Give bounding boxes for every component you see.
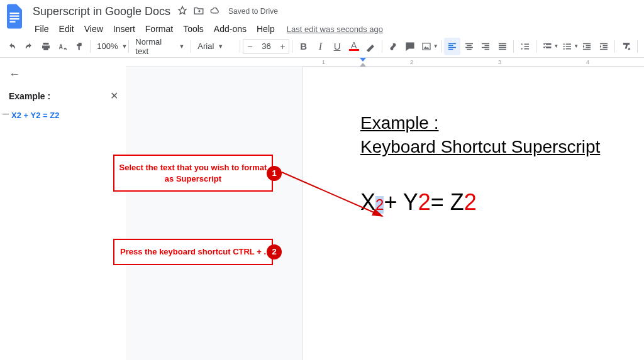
paint-format-button[interactable] [71,38,88,55]
svg-point-6 [563,45,564,46]
increase-indent-button[interactable] [596,38,613,55]
chevron-down-icon: ▼ [179,43,184,50]
chevron-down-icon[interactable]: ▼ [574,43,579,49]
ruler-mark: 4 [586,59,589,65]
chevron-down-icon: ▼ [218,43,223,50]
menu-addons[interactable]: Add-ons [209,23,251,35]
ruler-mark: 3 [498,59,501,65]
docs-app-icon[interactable] [4,4,25,29]
star-icon[interactable] [177,5,188,18]
outline-panel: ← Example : ✕ X2 + Y2 = Z2 [0,58,126,360]
line-spacing-button[interactable] [516,38,533,55]
font-size-increment[interactable]: + [276,39,289,54]
align-center-button[interactable] [460,38,477,55]
menu-insert[interactable]: Insert [109,23,140,35]
insert-link-button[interactable] [385,38,402,55]
outline-heading[interactable]: Example : [9,91,50,101]
callout-2-text: Press the keyboard shortcut CTRL + . [120,247,266,256]
zoom-value: 100% [97,41,118,51]
cloud-saved-icon[interactable] [209,5,221,18]
formula-y2[interactable]: 2 [418,189,431,215]
svg-rect-0 [10,13,19,14]
chevron-down-icon[interactable]: ▼ [433,43,438,49]
formula-x[interactable]: X [360,189,375,215]
menu-view[interactable]: View [80,23,108,35]
align-justify-button[interactable] [494,38,511,55]
add-comment-button[interactable] [401,38,418,55]
menu-file[interactable]: File [30,23,53,35]
doc-heading-line2[interactable]: Keyboard Shortcut Superscript [360,135,644,159]
outline-back-button[interactable]: ← [9,68,24,81]
svg-rect-2 [10,18,19,19]
menu-help[interactable]: Help [252,23,279,35]
document-surface[interactable]: 1 2 3 4 Example : Keyboard Shortcut Supe… [126,58,644,360]
menu-format[interactable]: Format [141,23,177,35]
zoom-select[interactable]: 100%▼ [93,38,126,55]
annotation-callout-1: Select the text that you wish to format … [113,155,273,192]
outline-item[interactable]: X2 + Y2 = Z2 [9,111,118,120]
menu-tools[interactable]: Tools [179,23,208,35]
outline-close-button[interactable]: ✕ [110,90,118,102]
underline-button[interactable]: U [329,38,346,55]
redo-button[interactable] [21,38,38,55]
ruler-mark: 1 [322,59,325,65]
decrease-indent-button[interactable] [579,38,596,55]
align-right-button[interactable] [477,38,494,55]
paragraph-style-select[interactable]: Normal text▼ [131,38,188,55]
insert-image-button[interactable] [418,38,435,55]
annotation-callout-2: Press the keyboard shortcut CTRL + . 2 [113,239,273,265]
bold-button[interactable]: B [295,38,312,55]
formula-z2[interactable]: 2 [464,189,477,215]
doc-title[interactable]: Superscript in Google Docs [30,4,173,19]
menu-edit[interactable]: Edit [55,23,79,35]
formula-x-superscript-selected[interactable]: 2 [375,196,384,214]
callout-badge-2: 2 [267,244,282,259]
text-color-button[interactable]: A [345,38,362,55]
font-value: Arial [197,41,214,51]
svg-point-5 [563,43,564,45]
style-value: Normal text [135,37,175,56]
bulleted-list-button[interactable] [558,38,575,55]
spellcheck-button[interactable] [54,38,71,55]
move-folder-icon[interactable] [193,5,204,18]
ruler[interactable]: 1 2 3 4 [126,58,644,67]
checklist-button[interactable] [539,38,556,55]
svg-rect-3 [10,21,16,23]
undo-button[interactable] [4,38,21,55]
clear-formatting-button[interactable] [618,38,635,55]
document-page[interactable]: Example : Keyboard Shortcut Superscript … [302,67,644,360]
font-select[interactable]: Arial▼ [194,38,237,55]
font-size-value[interactable]: 36 [256,41,276,51]
formula-text[interactable]: X2 + Y2 = Z2 [360,189,644,215]
ruler-mark: 2 [410,59,413,65]
font-size-decrement[interactable]: − [243,39,256,54]
chevron-down-icon: ▼ [122,43,128,50]
highlight-color-button[interactable] [362,38,379,55]
chevron-down-icon[interactable]: ▼ [554,43,559,49]
doc-heading-line1[interactable]: Example : [360,111,644,135]
callout-1-text: Select the text that you wish to format … [119,163,267,183]
align-left-button[interactable] [444,38,461,55]
formula-eq-z[interactable]: = Z [431,189,464,215]
print-button[interactable] [37,38,54,55]
last-edit-link[interactable]: Last edit was seconds ago [287,25,383,34]
toolbar: 100%▼ Normal text▼ Arial▼ − 36 + B I U A… [0,35,644,58]
svg-point-7 [563,48,564,49]
callout-badge-1: 1 [267,166,282,181]
svg-rect-1 [10,16,19,17]
saved-status-text: Saved to Drive [228,7,278,16]
formula-plus-y[interactable]: + Y [384,189,418,215]
italic-button[interactable]: I [312,38,329,55]
first-line-indent-marker[interactable] [360,58,366,62]
